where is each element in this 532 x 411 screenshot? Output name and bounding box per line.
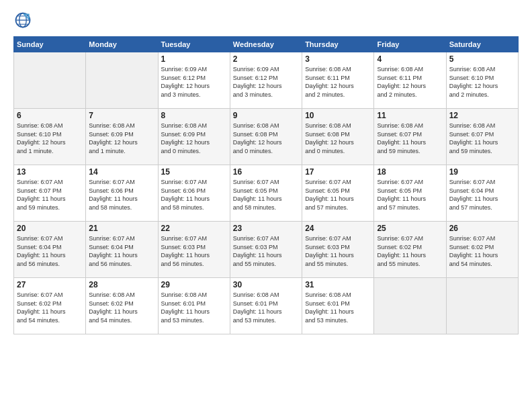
week-row-5: 27Sunrise: 6:07 AMSunset: 6:02 PMDayligh…	[14, 278, 519, 334]
day-info: Sunrise: 6:07 AMSunset: 6:05 PMDaylight:…	[377, 178, 443, 212]
day-cell: 7Sunrise: 6:08 AMSunset: 6:09 PMDaylight…	[86, 109, 158, 165]
day-number: 9	[233, 111, 299, 120]
day-cell: 5Sunrise: 6:08 AMSunset: 6:10 PMDaylight…	[446, 52, 518, 109]
day-cell	[374, 278, 446, 334]
day-number: 6	[17, 111, 83, 120]
day-cell: 10Sunrise: 6:08 AMSunset: 6:08 PMDayligh…	[302, 109, 374, 165]
day-number: 3	[305, 54, 371, 64]
header-row: SundayMondayTuesdayWednesdayThursdayFrid…	[14, 37, 519, 52]
day-number: 5	[449, 54, 515, 64]
day-cell: 13Sunrise: 6:07 AMSunset: 6:07 PMDayligh…	[14, 165, 86, 222]
day-number: 27	[17, 280, 83, 289]
day-number: 2	[233, 54, 299, 64]
day-info: Sunrise: 6:08 AMSunset: 6:08 PMDaylight:…	[305, 122, 371, 155]
header-cell-tuesday: Tuesday	[158, 37, 230, 52]
calendar-table: SundayMondayTuesdayWednesdayThursdayFrid…	[13, 36, 519, 334]
day-number: 30	[233, 280, 299, 289]
day-cell: 6Sunrise: 6:08 AMSunset: 6:10 PMDaylight…	[14, 109, 86, 165]
day-number: 16	[233, 167, 299, 177]
day-number: 19	[449, 167, 515, 177]
day-cell	[446, 278, 518, 334]
day-cell: 19Sunrise: 6:07 AMSunset: 6:04 PMDayligh…	[446, 165, 518, 222]
header-cell-sunday: Sunday	[14, 37, 86, 52]
day-info: Sunrise: 6:07 AMSunset: 6:02 PMDaylight:…	[17, 291, 83, 324]
day-cell: 28Sunrise: 6:08 AMSunset: 6:02 PMDayligh…	[86, 278, 158, 334]
day-info: Sunrise: 6:08 AMSunset: 6:10 PMDaylight:…	[449, 65, 515, 99]
header-cell-wednesday: Wednesday	[230, 37, 302, 52]
day-number: 13	[17, 167, 83, 177]
day-number: 7	[89, 111, 154, 120]
day-cell: 21Sunrise: 6:07 AMSunset: 6:04 PMDayligh…	[86, 222, 158, 278]
day-info: Sunrise: 6:08 AMSunset: 6:08 PMDaylight:…	[233, 122, 299, 155]
day-number: 29	[161, 280, 227, 289]
day-cell: 29Sunrise: 6:08 AMSunset: 6:01 PMDayligh…	[158, 278, 230, 334]
day-number: 23	[233, 224, 299, 233]
day-number: 18	[377, 167, 443, 177]
day-cell: 26Sunrise: 6:07 AMSunset: 6:02 PMDayligh…	[446, 222, 518, 278]
day-info: Sunrise: 6:08 AMSunset: 6:07 PMDaylight:…	[449, 122, 515, 155]
day-cell: 18Sunrise: 6:07 AMSunset: 6:05 PMDayligh…	[374, 165, 446, 222]
day-number: 4	[377, 54, 443, 64]
day-cell: 12Sunrise: 6:08 AMSunset: 6:07 PMDayligh…	[446, 109, 518, 165]
day-cell: 23Sunrise: 6:07 AMSunset: 6:03 PMDayligh…	[230, 222, 302, 278]
day-number: 17	[305, 167, 371, 177]
day-cell: 2Sunrise: 6:09 AMSunset: 6:12 PMDaylight…	[230, 52, 302, 109]
week-row-1: 1Sunrise: 6:09 AMSunset: 6:12 PMDaylight…	[14, 52, 519, 109]
day-number: 20	[17, 224, 83, 233]
day-cell: 11Sunrise: 6:08 AMSunset: 6:07 PMDayligh…	[374, 109, 446, 165]
day-info: Sunrise: 6:07 AMSunset: 6:02 PMDaylight:…	[449, 234, 515, 268]
day-number: 15	[161, 167, 227, 177]
day-number: 21	[89, 224, 154, 233]
header-cell-friday: Friday	[374, 37, 446, 52]
day-info: Sunrise: 6:07 AMSunset: 6:03 PMDaylight:…	[305, 234, 371, 268]
day-number: 8	[161, 111, 227, 120]
day-cell: 3Sunrise: 6:08 AMSunset: 6:11 PMDaylight…	[302, 52, 374, 109]
day-info: Sunrise: 6:09 AMSunset: 6:12 PMDaylight:…	[161, 65, 227, 99]
day-info: Sunrise: 6:07 AMSunset: 6:04 PMDaylight:…	[449, 178, 515, 212]
day-number: 26	[449, 224, 515, 233]
day-cell: 24Sunrise: 6:07 AMSunset: 6:03 PMDayligh…	[302, 222, 374, 278]
day-info: Sunrise: 6:08 AMSunset: 6:02 PMDaylight:…	[89, 291, 154, 324]
header-cell-monday: Monday	[86, 37, 158, 52]
day-cell: 25Sunrise: 6:07 AMSunset: 6:02 PMDayligh…	[374, 222, 446, 278]
day-cell: 15Sunrise: 6:07 AMSunset: 6:06 PMDayligh…	[158, 165, 230, 222]
day-info: Sunrise: 6:07 AMSunset: 6:07 PMDaylight:…	[17, 178, 83, 212]
day-info: Sunrise: 6:07 AMSunset: 6:03 PMDaylight:…	[161, 234, 227, 268]
day-info: Sunrise: 6:07 AMSunset: 6:04 PMDaylight:…	[17, 234, 83, 268]
day-info: Sunrise: 6:08 AMSunset: 6:09 PMDaylight:…	[89, 122, 154, 155]
header-cell-thursday: Thursday	[302, 37, 374, 52]
day-info: Sunrise: 6:08 AMSunset: 6:11 PMDaylight:…	[377, 65, 443, 99]
day-cell: 20Sunrise: 6:07 AMSunset: 6:04 PMDayligh…	[14, 222, 86, 278]
day-info: Sunrise: 6:07 AMSunset: 6:05 PMDaylight:…	[305, 178, 371, 212]
day-cell: 1Sunrise: 6:09 AMSunset: 6:12 PMDaylight…	[158, 52, 230, 109]
day-cell: 30Sunrise: 6:08 AMSunset: 6:01 PMDayligh…	[230, 278, 302, 334]
day-cell	[86, 52, 158, 109]
day-number: 24	[305, 224, 371, 233]
day-info: Sunrise: 6:07 AMSunset: 6:04 PMDaylight:…	[89, 234, 154, 268]
day-info: Sunrise: 6:08 AMSunset: 6:01 PMDaylight:…	[305, 291, 371, 324]
day-info: Sunrise: 6:07 AMSunset: 6:03 PMDaylight:…	[233, 234, 299, 268]
header	[13, 11, 519, 30]
day-cell	[14, 52, 86, 109]
day-number: 10	[305, 111, 371, 120]
day-info: Sunrise: 6:09 AMSunset: 6:12 PMDaylight:…	[233, 65, 299, 99]
day-info: Sunrise: 6:07 AMSunset: 6:05 PMDaylight:…	[233, 178, 299, 212]
day-info: Sunrise: 6:07 AMSunset: 6:06 PMDaylight:…	[161, 178, 227, 212]
day-number: 25	[377, 224, 443, 233]
day-number: 28	[89, 280, 154, 289]
day-info: Sunrise: 6:08 AMSunset: 6:10 PMDaylight:…	[17, 122, 83, 155]
day-info: Sunrise: 6:08 AMSunset: 6:01 PMDaylight:…	[161, 291, 227, 324]
day-cell: 16Sunrise: 6:07 AMSunset: 6:05 PMDayligh…	[230, 165, 302, 222]
day-info: Sunrise: 6:08 AMSunset: 6:11 PMDaylight:…	[305, 65, 371, 99]
day-cell: 31Sunrise: 6:08 AMSunset: 6:01 PMDayligh…	[302, 278, 374, 334]
day-cell: 22Sunrise: 6:07 AMSunset: 6:03 PMDayligh…	[158, 222, 230, 278]
week-row-3: 13Sunrise: 6:07 AMSunset: 6:07 PMDayligh…	[14, 165, 519, 222]
day-cell: 4Sunrise: 6:08 AMSunset: 6:11 PMDaylight…	[374, 52, 446, 109]
logo-icon	[13, 11, 32, 30]
day-number: 11	[377, 111, 443, 120]
day-info: Sunrise: 6:08 AMSunset: 6:09 PMDaylight:…	[161, 122, 227, 155]
page: SundayMondayTuesdayWednesdayThursdayFrid…	[0, 0, 532, 341]
header-cell-saturday: Saturday	[446, 37, 518, 52]
day-number: 14	[89, 167, 154, 177]
day-info: Sunrise: 6:07 AMSunset: 6:06 PMDaylight:…	[89, 178, 154, 212]
